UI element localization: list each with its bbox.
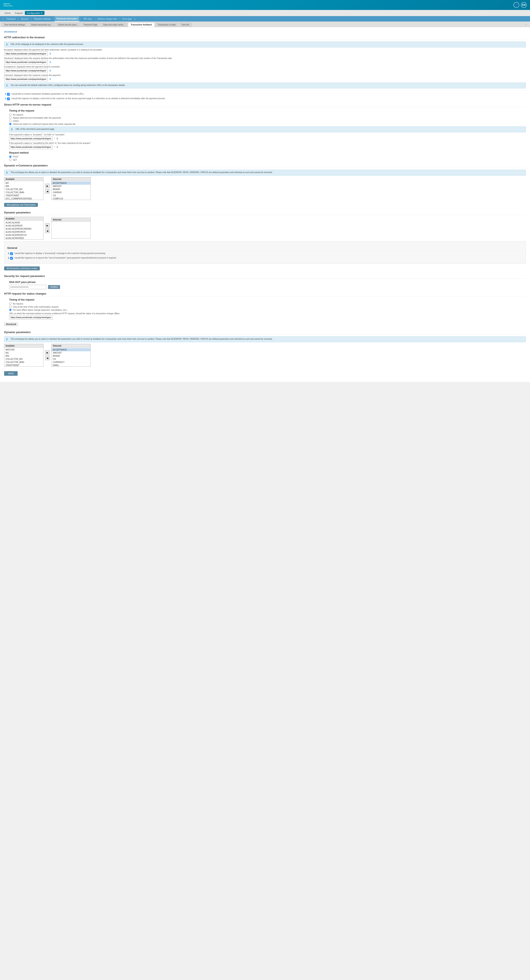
general-check2[interactable]: [10, 257, 13, 259]
accept-info-icon[interactable]: ℹ: [50, 52, 51, 55]
sha-input[interactable]: [9, 285, 46, 289]
list-item[interactable]: COLLECTOR_BIC: [4, 358, 43, 361]
tab-data-origin[interactable]: Data and origin verific...: [100, 22, 127, 27]
list-item[interactable]: ACCEPTANCE: [51, 348, 91, 351]
method-post[interactable]: POST: [9, 156, 526, 158]
radio-online[interactable]: Online: [9, 120, 526, 122]
sub-nav-password[interactable]: Password: [5, 16, 17, 22]
transfer-left-btn-alias[interactable]: ◀: [45, 229, 50, 233]
check1-info[interactable]: ℹ: [5, 93, 6, 95]
status-radio2-input[interactable]: [9, 305, 11, 308]
list-item[interactable]: CN: [51, 358, 91, 361]
transfer-right-btn-alias[interactable]: ▶: [45, 223, 50, 228]
tab-global-transaction[interactable]: Global transaction pa...: [28, 22, 55, 27]
list-item[interactable]: ALIAS.NCERRORCVC: [4, 234, 43, 237]
list-item[interactable]: BIC: [4, 351, 43, 355]
sub-nav-payment-methods[interactable]: Payment methods: [32, 16, 53, 22]
list-item[interactable]: DCC_COMMPERCENTAGE: [4, 197, 43, 200]
visible-btn[interactable]: VISIBLE: [48, 285, 60, 289]
method-post-input[interactable]: [9, 156, 11, 158]
cancelled-input[interactable]: [9, 145, 53, 149]
cancel-info-icon[interactable]: ℹ: [50, 78, 51, 81]
all-modes-btn[interactable]: All transaction submission modes: [4, 266, 40, 270]
exception-info-icon[interactable]: ℹ: [50, 69, 51, 72]
decline-input[interactable]: [4, 60, 48, 64]
check2-info[interactable]: ℹ: [5, 97, 6, 100]
list-item[interactable]: CREDITDEBIT: [4, 194, 43, 197]
list-item[interactable]: COLLECTOR_BIC: [4, 188, 43, 191]
cancelled-info-icon[interactable]: ℹ: [57, 146, 57, 148]
star-icon[interactable]: ★: [524, 22, 528, 27]
list-item[interactable]: CREDITDEBIT: [4, 364, 43, 366]
list-item[interactable]: ALIAS.NCERRORCN: [4, 231, 43, 234]
radio-no-request-input[interactable]: [9, 113, 11, 116]
check2-checkbox[interactable]: [7, 97, 10, 100]
radio-no-request[interactable]: No request.: [9, 113, 526, 116]
sub-nav-next[interactable]: ›: [134, 17, 136, 21]
tab-global-security[interactable]: Global security para...: [55, 22, 81, 27]
alias-btn[interactable]: Alias gateway and Tokenization: [4, 203, 38, 207]
list-item[interactable]: ALIAS.ALIASID: [4, 221, 43, 224]
accept-input[interactable]: [4, 51, 48, 56]
list-item[interactable]: BRAND: [51, 188, 91, 191]
status-radio1[interactable]: No request.: [9, 302, 526, 305]
status-url-input[interactable]: [9, 315, 53, 320]
tab-your-technical[interactable]: Your technical settings: [2, 22, 28, 27]
tab-test-info[interactable]: Test info: [179, 22, 192, 27]
list-item[interactable]: COMPLUS: [51, 197, 91, 200]
radio-online-switch[interactable]: Online but switch to a deferred request …: [9, 123, 526, 125]
list-item[interactable]: BRAND: [51, 355, 91, 358]
save-button[interactable]: SAVE: [4, 371, 18, 376]
list-item[interactable]: ALIAS.NCERROR: [4, 224, 43, 227]
status-radio1-input[interactable]: [9, 302, 11, 305]
language-selector[interactable]: EN: [521, 2, 527, 8]
general-check2-info[interactable]: ℹ: [8, 257, 9, 259]
sub-nav-error-logs[interactable]: Error logs: [121, 16, 133, 22]
radio-always-deferred-input[interactable]: [9, 116, 11, 119]
accepted-input[interactable]: [9, 137, 53, 141]
list-item[interactable]: CARDNO: [51, 191, 91, 194]
list-item[interactable]: ACCEPTANCE: [51, 181, 91, 185]
sub-nav-vat-rules[interactable]: VAT rules: [81, 16, 94, 22]
general-check1[interactable]: [10, 252, 13, 255]
status-radio3[interactable]: For each offline status change (payment,…: [9, 309, 526, 311]
list-item[interactable]: AMOUNT: [51, 351, 91, 355]
list-item[interactable]: BIC: [4, 181, 43, 185]
sub-nav-prev[interactable]: ‹: [2, 17, 4, 21]
exception-input[interactable]: [4, 68, 48, 73]
sub-nav-delivery[interactable]: Delivery charge rules: [96, 16, 119, 22]
list-item[interactable]: ALIAS.NCERRORCARDNO: [4, 227, 43, 231]
nav-support[interactable]: Support: [13, 10, 25, 16]
radio-online-switch-input[interactable]: [9, 123, 11, 125]
list-item[interactable]: BATCHID: [4, 348, 43, 351]
radio-always-deferred[interactable]: Always deferred (not immediately after t…: [9, 116, 526, 119]
method-get[interactable]: GET: [9, 159, 526, 161]
tab-payment-page[interactable]: Payment Page: [81, 22, 100, 27]
list-item[interactable]: BIN: [4, 355, 43, 358]
tab-transaction-emails[interactable]: Transaction e-mails: [155, 22, 178, 27]
list-item[interactable]: EMAIL: [51, 364, 91, 366]
list-item[interactable]: COLLECTOR_IBAN: [4, 361, 43, 364]
list-item[interactable]: COLLECTOR_IBAN: [4, 191, 43, 194]
transfer-right-btn-ec[interactable]: ▶: [45, 184, 50, 188]
list-item[interactable]: BIN: [4, 185, 43, 188]
general-check1-info[interactable]: ℹ: [8, 252, 9, 255]
status-radio2[interactable]: Only at the time of the order authorisat…: [9, 305, 526, 308]
list-item[interactable]: AMOUNT: [51, 185, 91, 188]
check1-checkbox[interactable]: [7, 93, 10, 95]
cancel-input[interactable]: [4, 77, 48, 81]
transfer-left-btn-dl[interactable]: ◀: [45, 356, 50, 360]
accepted-info-icon[interactable]: ℹ: [57, 137, 57, 140]
list-item[interactable]: CURRENCY: [51, 361, 91, 364]
transfer-left-btn-ec[interactable]: ◀: [45, 189, 50, 194]
radio-online-input[interactable]: [9, 120, 11, 122]
nav-home[interactable]: Home: [3, 10, 13, 16]
transfer-right-btn-dl[interactable]: ▶: [45, 350, 50, 355]
user-icon[interactable]: 👤: [513, 2, 519, 8]
list-item[interactable]: ALIAS.NCRRORED: [4, 237, 43, 239]
list-item[interactable]: CN: [51, 194, 91, 197]
sub-nav-account[interactable]: Account: [19, 16, 30, 22]
decline-info-icon[interactable]: ℹ: [50, 61, 51, 64]
sub-nav-technical-info[interactable]: Technical information: [55, 16, 79, 22]
status-radio3-input[interactable]: [9, 309, 11, 311]
